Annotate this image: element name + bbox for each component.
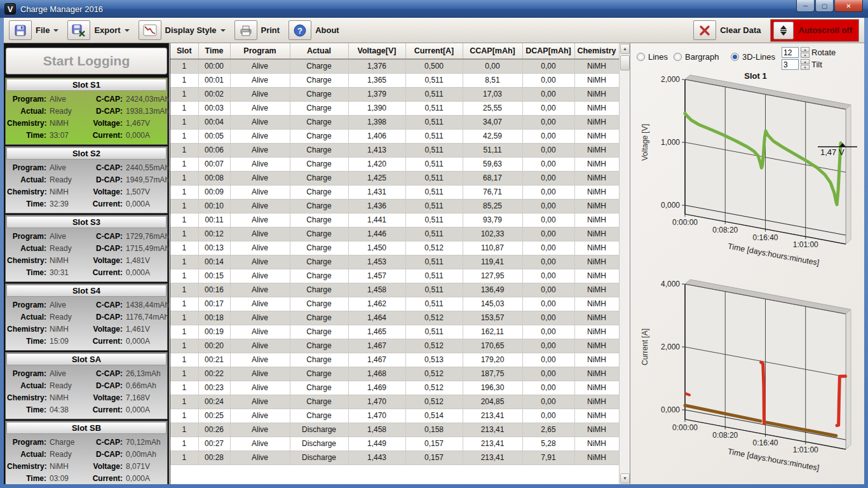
program-label: Program: — [7, 231, 46, 243]
table-cell: 1 — [170, 129, 198, 143]
table-cell: 00:00 — [198, 59, 230, 73]
slot-program-value: Charge — [46, 437, 83, 449]
table-cell: 1,390 — [348, 101, 405, 115]
table-row[interactable]: 100:13AliveCharge1,4500,512110,870,00NiM… — [170, 241, 619, 255]
table-cell: 0,00 — [522, 381, 574, 395]
table-row[interactable]: 100:21AliveCharge1,4670,513179,200,00NiM… — [170, 353, 619, 367]
table-row[interactable]: 100:14AliveCharge1,4530,511119,410,00NiM… — [170, 255, 619, 269]
slot-panel-slot-s3[interactable]: Slot S3Program:AliveC-CAP:1729,76mAhActu… — [5, 215, 168, 282]
slot-title: Slot S2 — [6, 147, 166, 159]
table-row[interactable]: 100:07AliveCharge1,4200,51159,630,00NiMH — [170, 157, 619, 171]
clear-data-icon — [693, 20, 716, 40]
rotate-up-arrow[interactable]: ▲ — [801, 47, 810, 52]
table-row[interactable]: 100:10AliveCharge1,4360,51185,250,00NiMH — [170, 199, 619, 213]
table-row[interactable]: 100:15AliveCharge1,4570,511127,950,00NiM… — [170, 269, 619, 283]
minimize-button[interactable]: ─ — [796, 0, 815, 12]
clear-data-button[interactable]: Clear Data — [693, 20, 761, 40]
file-button[interactable]: File — [9, 20, 58, 40]
slot-panel-slot-s1[interactable]: Slot S1Program:AliveC-CAP:2424,03mAhActu… — [5, 78, 168, 145]
rotate-tilt-controls: ▲ ▼ Rotate ▲ ▼ Tilt — [782, 47, 836, 71]
table-cell: Charge — [290, 325, 348, 339]
slot-program-value: Alive — [46, 299, 83, 311]
time-label: Time: — [7, 404, 46, 416]
table-cell: Charge — [290, 297, 348, 311]
table-row[interactable]: 100:28AliveDischarge1,4430,157213,417,91… — [170, 451, 619, 464]
table-cell: 196,30 — [463, 381, 522, 395]
log-table-area: SlotTimeProgramActualVoltage[V]Current[A… — [170, 43, 630, 484]
column-header[interactable]: Slot — [170, 43, 198, 59]
table-row[interactable]: 100:19AliveCharge1,4650,511162,110,00NiM… — [170, 325, 619, 339]
column-header[interactable]: Chemistry — [574, 43, 619, 59]
radio-3d-lines[interactable]: 3D-Lines — [731, 52, 775, 62]
table-cell: Charge — [290, 143, 348, 157]
table-cell: 1,453 — [348, 255, 405, 269]
table-scrollbar[interactable]: ▲ ▼ — [619, 43, 630, 484]
tilt-input[interactable] — [782, 59, 799, 70]
table-cell: 213,41 — [463, 451, 522, 464]
column-header[interactable]: Voltage[V] — [348, 43, 405, 59]
start-logging-button[interactable]: Start Logging — [6, 48, 167, 74]
table-cell: 00:24 — [198, 395, 230, 409]
table-row[interactable]: 100:25AliveCharge1,4700,514213,410,00NiM… — [170, 409, 619, 423]
column-header[interactable]: CCAP[mAh] — [463, 43, 522, 59]
maximize-icon: ▢ — [822, 3, 827, 10]
table-row[interactable]: 100:08AliveCharge1,4250,51168,170,00NiMH — [170, 171, 619, 185]
table-row[interactable]: 100:12AliveCharge1,4460,511102,330,00NiM… — [170, 227, 619, 241]
tilt-down-arrow[interactable]: ▼ — [801, 65, 810, 70]
table-row[interactable]: 100:18AliveCharge1,4640,512153,570,00NiM… — [170, 311, 619, 325]
column-header[interactable]: Current[A] — [405, 43, 463, 59]
table-row[interactable]: 100:01AliveCharge1,3650,5118,510,00NiMH — [170, 73, 619, 87]
export-button[interactable]: Export — [67, 20, 129, 40]
table-cell: NiMH — [574, 325, 619, 339]
table-cell: Charge — [290, 87, 348, 101]
about-button[interactable]: ? About — [288, 20, 339, 40]
display-style-button[interactable]: Display Style — [139, 20, 226, 40]
table-row[interactable]: 100:11AliveCharge1,4410,51193,790,00NiMH — [170, 213, 619, 227]
close-button[interactable]: ✕ — [834, 0, 863, 12]
autoscroll-label: Autoscroll off — [799, 25, 853, 35]
table-row[interactable]: 100:24AliveCharge1,4700,512204,850,00NiM… — [170, 395, 619, 409]
radio-lines[interactable]: Lines — [637, 52, 668, 62]
tilt-up-arrow[interactable]: ▲ — [801, 59, 810, 64]
table-cell: 1,450 — [348, 241, 405, 255]
column-header[interactable]: Time — [198, 43, 230, 59]
table-row[interactable]: 100:06AliveCharge1,4130,51151,110,00NiMH — [170, 143, 619, 157]
table-row[interactable]: 100:26AliveDischarge1,4580,158213,412,65… — [170, 423, 619, 437]
table-row[interactable]: 100:16AliveCharge1,4580,511136,490,00NiM… — [170, 283, 619, 297]
scrollbar-down-arrow[interactable]: ▼ — [620, 473, 630, 484]
column-header[interactable]: Actual — [290, 43, 348, 59]
table-row[interactable]: 100:23AliveCharge1,4690,512196,300,00NiM… — [170, 381, 619, 395]
slot-panel-slot-sb[interactable]: Slot SBProgram:ChargeC-CAP:70,12mAhActua… — [5, 421, 168, 484]
table-cell: Charge — [290, 59, 348, 73]
table-row[interactable]: 100:00AliveCharge1,3760,5000,000,00NiMH — [170, 59, 619, 73]
maximize-button[interactable]: ▢ — [815, 0, 834, 12]
table-cell: 1,458 — [348, 423, 405, 437]
table-cell: Alive — [230, 269, 290, 283]
slot-panel-slot-s2[interactable]: Slot S2Program:AliveC-CAP:2440,55mAhActu… — [5, 146, 168, 214]
scrollbar-thumb[interactable] — [620, 55, 630, 71]
table-row[interactable]: 100:05AliveCharge1,4060,51142,590,00NiMH — [170, 129, 619, 143]
slot-panel-slot-sa[interactable]: Slot SAProgram:AliveC-CAP:26,13mAhActual… — [5, 352, 168, 419]
table-row[interactable]: 100:02AliveCharge1,3790,51117,030,00NiMH — [170, 87, 619, 101]
table-row[interactable]: 100:22AliveCharge1,4680,512187,750,00NiM… — [170, 367, 619, 381]
table-row[interactable]: 100:20AliveCharge1,4670,512170,650,00NiM… — [170, 339, 619, 353]
rotate-input[interactable] — [782, 47, 799, 58]
table-row[interactable]: 100:09AliveCharge1,4310,51176,710,00NiMH — [170, 185, 619, 199]
table-cell: 0,157 — [405, 437, 463, 451]
rotate-down-arrow[interactable]: ▼ — [801, 53, 810, 58]
table-row[interactable]: 100:17AliveCharge1,4620,511145,030,00NiM… — [170, 297, 619, 311]
current-label: Current: — [83, 130, 123, 142]
table-cell: Discharge — [290, 451, 348, 464]
column-header[interactable]: Program — [230, 43, 290, 59]
slot-panel-slot-s4[interactable]: Slot S4Program:AliveC-CAP:1438,44mAhActu… — [5, 283, 168, 351]
print-button[interactable]: Print — [234, 20, 280, 40]
table-cell: NiMH — [574, 59, 619, 73]
column-header[interactable]: DCAP[mAh] — [522, 43, 574, 59]
table-cell: 0,511 — [405, 87, 463, 101]
autoscroll-toggle-button[interactable]: Autoscroll off — [770, 19, 860, 42]
scrollbar-up-arrow[interactable]: ▲ — [620, 44, 630, 54]
radio-bargraph[interactable]: Bargraph — [674, 52, 719, 62]
table-row[interactable]: 100:04AliveCharge1,3980,51134,070,00NiMH — [170, 115, 619, 129]
table-row[interactable]: 100:03AliveCharge1,3900,51125,550,00NiMH — [170, 101, 619, 115]
table-row[interactable]: 100:27AliveDischarge1,4490,157213,415,28… — [170, 437, 619, 451]
